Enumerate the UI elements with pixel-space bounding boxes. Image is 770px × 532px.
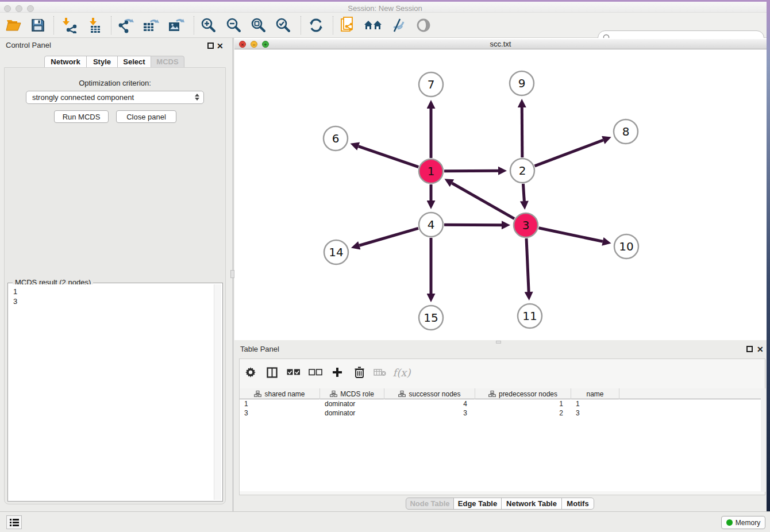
table-row[interactable]: 3 dominator 3 2 3	[240, 408, 761, 418]
column-header-mcds-role[interactable]: MCDS role	[320, 388, 384, 399]
graph-edge-2-9[interactable]	[522, 107, 522, 157]
split-table-view-button[interactable]	[263, 364, 280, 380]
graph-edge-3-10[interactable]	[539, 228, 603, 242]
control-panel-close-button[interactable]: ✕	[217, 43, 224, 49]
tab-network[interactable]: Network	[44, 56, 87, 68]
panel-divider-horizontal[interactable]	[234, 340, 767, 344]
checked-boxes-icon	[287, 369, 301, 376]
cell-name[interactable]: 1	[571, 399, 619, 408]
trash-icon	[355, 367, 364, 378]
refresh-layout-button[interactable]	[306, 16, 326, 34]
table-row[interactable]: 1 dominator 4 1 1	[240, 399, 761, 408]
task-history-button[interactable]	[6, 515, 22, 529]
graph-edge-2-3[interactable]	[523, 184, 524, 201]
graph-edge-4-14[interactable]	[359, 228, 418, 245]
column-header-name[interactable]: name	[571, 388, 619, 399]
status-bar: Memory	[0, 511, 770, 532]
save-session-button[interactable]	[28, 16, 48, 34]
cell-predecessor-nodes[interactable]: 2	[475, 408, 571, 418]
graph-node-label: 2	[519, 164, 526, 178]
select-all-rows-button[interactable]	[285, 364, 302, 380]
graph-edge-4-3[interactable]	[444, 225, 502, 225]
column-header-predecessor-nodes[interactable]: predecessor nodes	[475, 388, 571, 399]
cell-mcds-role[interactable]: dominator	[320, 408, 384, 418]
mcds-result-text[interactable]: 1 3	[9, 284, 213, 500]
divider-grip[interactable]	[230, 270, 234, 278]
cell-name[interactable]: 3	[571, 408, 619, 418]
export-table-icon	[142, 17, 159, 33]
import-table-button[interactable]	[84, 16, 105, 34]
import-table-icon	[87, 17, 103, 33]
add-column-button[interactable]	[329, 364, 346, 380]
table-empty-area	[240, 418, 761, 491]
show-all-button[interactable]	[413, 16, 434, 34]
cell-shared-name[interactable]: 1	[240, 399, 320, 408]
graph-edge-3-1[interactable]	[452, 183, 514, 219]
zoom-selected-button[interactable]	[273, 16, 294, 34]
tab-edge-table[interactable]: Edge Table	[453, 498, 502, 510]
network-canvas[interactable]: 7968124314101511	[234, 50, 767, 340]
deselect-all-rows-button[interactable]	[307, 364, 324, 380]
export-image-button[interactable]	[165, 16, 186, 34]
hide-selected-button[interactable]	[387, 16, 408, 34]
panel-divider-vertical[interactable]	[230, 38, 234, 511]
table-panel-float-button[interactable]	[746, 346, 753, 352]
graph-node-label: 7	[428, 78, 435, 91]
divider-grip[interactable]	[496, 341, 501, 344]
graph-edge-2-8[interactable]	[535, 140, 603, 166]
column-header-shared-name[interactable]: shared name	[240, 388, 320, 399]
zoom-in-button[interactable]	[198, 16, 219, 34]
plus-icon	[332, 367, 342, 377]
column-settings-button[interactable]	[242, 364, 259, 380]
tab-mcds[interactable]: MCDS	[151, 56, 184, 68]
new-network-from-selection-button[interactable]	[338, 16, 359, 34]
table-scrollbar[interactable]	[761, 388, 765, 492]
graph-edge-1-2[interactable]	[444, 171, 498, 171]
zoom-out-button[interactable]	[224, 16, 244, 34]
column-header-successor-nodes[interactable]: successor nodes	[384, 388, 475, 399]
zoom-selected-icon	[275, 17, 291, 33]
desktop-background-edge	[767, 2, 770, 511]
network-view-window: × − + scc.txt 7968124314101511	[234, 38, 767, 340]
tab-motifs[interactable]: Motifs	[561, 498, 594, 510]
cell-successor-nodes[interactable]: 4	[384, 399, 475, 408]
tab-select[interactable]: Select	[117, 56, 151, 68]
network-window-titlebar[interactable]: × − + scc.txt	[234, 39, 767, 49]
hierarchy-icon	[398, 391, 406, 397]
tab-network-table[interactable]: Network Table	[501, 498, 562, 510]
control-panel-float-button[interactable]	[207, 43, 214, 49]
houses-icon	[364, 18, 382, 32]
memory-button[interactable]: Memory	[721, 516, 765, 529]
close-panel-button[interactable]: Close panel	[116, 110, 176, 123]
delete-columns-button[interactable]	[351, 364, 368, 380]
graph-edge-3-11[interactable]	[526, 238, 529, 292]
apply-function-button[interactable]: f(x)	[393, 364, 410, 380]
refresh-icon	[309, 18, 324, 33]
cell-predecessor-nodes[interactable]: 1	[475, 399, 571, 408]
table-panel-close-button[interactable]: ✕	[757, 346, 764, 353]
first-neighbors-button[interactable]	[363, 16, 383, 34]
import-network-button[interactable]	[59, 16, 80, 34]
graph-edge-1-6[interactable]	[359, 147, 419, 167]
clear-table-button[interactable]	[371, 364, 388, 380]
export-network-icon	[117, 17, 134, 33]
tab-style[interactable]: Style	[86, 56, 118, 68]
network-graph[interactable]: 7968124314101511	[234, 50, 767, 340]
cell-successor-nodes[interactable]: 3	[384, 408, 475, 418]
export-table-button[interactable]	[140, 16, 161, 34]
mcds-result-box: MCDS result (2 nodes) 1 3	[7, 283, 223, 502]
open-session-button[interactable]	[3, 16, 24, 34]
cell-shared-name[interactable]: 3	[240, 408, 320, 418]
criterion-dropdown[interactable]: strongly connected component	[26, 91, 204, 104]
run-mcds-button[interactable]: Run MCDS	[54, 110, 109, 123]
zoom-fit-button[interactable]	[248, 16, 269, 34]
tab-node-table[interactable]: Node Table	[406, 498, 454, 510]
graph-node-label: 9	[518, 76, 526, 90]
open-folder-icon	[6, 18, 22, 32]
result-scrollbar[interactable]	[214, 284, 221, 500]
cell-mcds-role[interactable]: dominator	[320, 399, 384, 408]
save-floppy-icon	[31, 18, 45, 32]
export-network-button[interactable]	[116, 16, 136, 34]
graph-node-label: 4	[428, 218, 435, 232]
export-image-icon	[167, 17, 184, 33]
